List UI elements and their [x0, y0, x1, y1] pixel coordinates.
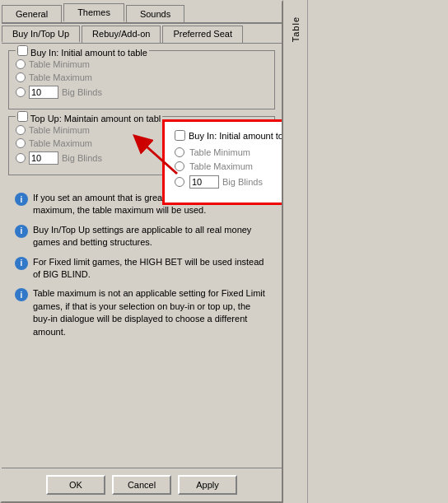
info-icon-0: i: [15, 193, 28, 206]
callout-title: Buy In: Initial amount to table: [189, 131, 282, 141]
callout-checkbox-row: Buy In: Initial amount to table: [175, 130, 282, 141]
buyin-bb-label: Big Blinds: [62, 87, 102, 97]
buyin-label-min: Table Minimum: [29, 59, 90, 69]
tab-themes[interactable]: Themes: [63, 3, 124, 22]
callout-bb-label: Big Blinds: [222, 177, 263, 187]
callout-radio-min-row: Table Minimum: [175, 147, 282, 157]
info-row-3: i Table maximum is not an applicable set…: [15, 287, 268, 338]
tab-bar-top: General Themes Sounds: [2, 2, 282, 24]
svg-line-0: [140, 141, 177, 174]
info-text-2: For Fixed limit games, the HIGH BET will…: [33, 256, 268, 282]
callout-arrow: [132, 133, 181, 182]
buyin-radio-min-row: Table Minimum: [16, 59, 268, 69]
info-icon-2: i: [15, 257, 28, 270]
callout-radio-max-row: Table Maximum: [175, 161, 282, 171]
buyin-radio-max-row: Table Maximum: [16, 72, 268, 82]
right-panel: Table: [283, 0, 448, 503]
buyin-label-max: Table Maximum: [29, 72, 92, 82]
info-text-3: Table maximum is not an applicable setti…: [33, 287, 268, 338]
buyin-radio-bb[interactable]: [16, 87, 26, 97]
info-icon-1: i: [15, 225, 28, 238]
topup-radio-max[interactable]: [16, 138, 26, 148]
apply-button[interactable]: Apply: [178, 475, 237, 495]
buyin-bb-input[interactable]: [29, 86, 58, 99]
scrollable-content: Buy In: Initial amount to table Table Mi…: [2, 44, 282, 468]
main-panel: General Themes Sounds Buy In/Top Up Rebu…: [0, 0, 283, 503]
tab-rebuy[interactable]: Rebuy/Add-on: [82, 26, 161, 43]
callout-bb-input[interactable]: [189, 175, 219, 189]
buyin-radio-min[interactable]: [16, 59, 26, 69]
buyin-groupbox-title: Buy In: Initial amount to table: [16, 45, 149, 58]
topup-bb-input[interactable]: [29, 151, 58, 165]
callout-inner: Buy In: Initial amount to table Table Mi…: [175, 130, 282, 189]
tab-sounds[interactable]: Sounds: [126, 5, 184, 22]
topup-checkbox[interactable]: [17, 111, 28, 122]
callout-label-min: Table Minimum: [189, 147, 250, 157]
buyin-radio-bb-row: Big Blinds: [16, 86, 268, 99]
topup-radio-min[interactable]: [16, 125, 26, 135]
cancel-button[interactable]: Cancel: [112, 475, 171, 495]
buyin-groupbox-content: Table Minimum Table Maximum Big Blinds: [16, 59, 268, 99]
callout-label-max: Table Maximum: [189, 161, 253, 171]
tab-bar-second: Buy In/Top Up Rebuy/Add-on Preferred Sea…: [2, 24, 282, 44]
topup-radio-bb[interactable]: [16, 153, 26, 163]
info-icon-3: i: [15, 288, 28, 301]
info-section: i If you set an amount that is greater t…: [8, 182, 275, 348]
table-sidebar-label: Table: [291, 16, 301, 42]
buyin-checkbox[interactable]: [17, 45, 28, 56]
topup-bb-label: Big Blinds: [62, 153, 102, 163]
callout-radio-bb-row: Big Blinds: [175, 175, 282, 189]
buyin-groupbox: Buy In: Initial amount to table Table Mi…: [8, 50, 275, 109]
tab-general[interactable]: General: [2, 5, 62, 22]
topup-groupbox-title: Top Up: Maintain amount on tabl: [16, 111, 162, 123]
buyin-radio-max[interactable]: [16, 72, 26, 82]
ok-button[interactable]: OK: [46, 475, 105, 495]
tab-buyin[interactable]: Buy In/Top Up: [2, 26, 80, 43]
topup-label-min: Table Minimum: [29, 125, 90, 135]
info-row-1: i Buy In/Top Up settings are applicable …: [15, 224, 268, 249]
tab-content: Buy In: Initial amount to table Table Mi…: [2, 44, 282, 468]
tab-preferred[interactable]: Preferred Seat: [162, 26, 243, 43]
info-row-2: i For Fixed limit games, the HIGH BET wi…: [15, 256, 268, 282]
info-text-1: Buy In/Top Up settings are applicable to…: [33, 224, 268, 249]
topup-label-max: Table Maximum: [29, 138, 92, 148]
button-bar: OK Cancel Apply: [2, 468, 282, 501]
